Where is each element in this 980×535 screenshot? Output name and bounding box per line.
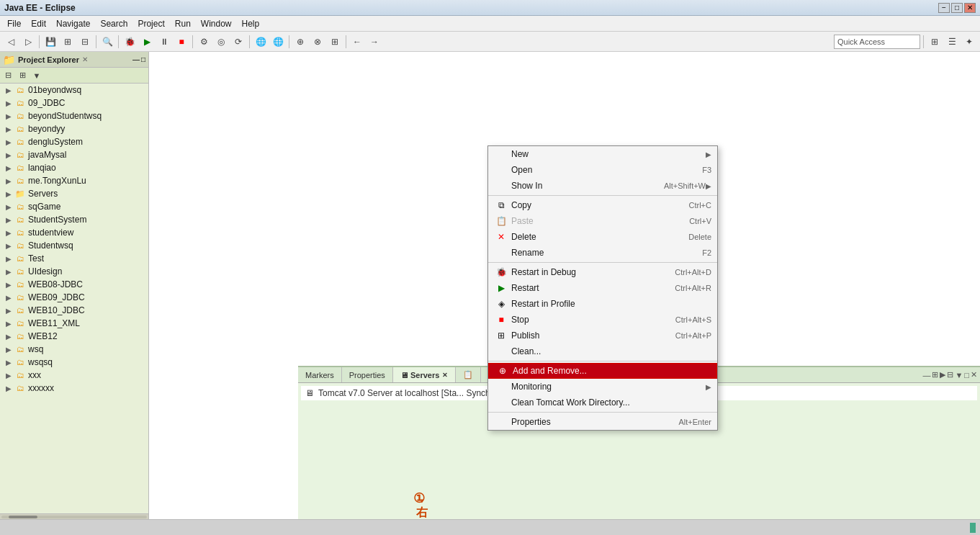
toolbar-btn-10[interactable]: ⊕ (292, 34, 308, 50)
ctx-show-in[interactable]: Show In Alt+Shift+W ▶ (488, 178, 717, 194)
toolbar-btn-pause[interactable]: ⏸ (156, 34, 172, 50)
sidebar-close-icon[interactable]: ✕ (82, 55, 88, 63)
menu-file[interactable]: File (3, 17, 25, 30)
ctx-clean-tomcat[interactable]: Clean Tomcat Work Directory... (488, 395, 717, 410)
ctx-restart-profile[interactable]: ◈ Restart in Profile (488, 296, 717, 312)
ctx-monitoring[interactable]: Monitoring ▶ (488, 379, 717, 395)
tree-item-studentsystem[interactable]: ▶🗂StudentSystem (0, 213, 148, 226)
toolbar-btn-2[interactable]: ▷ (20, 34, 36, 50)
menu-navigate[interactable]: Navigate (52, 17, 94, 30)
tree-item-beyondyy[interactable]: ▶🗂beyondyy (0, 122, 148, 135)
menu-edit[interactable]: Edit (27, 17, 50, 30)
ctx-properties[interactable]: Properties Alt+Enter (488, 414, 717, 430)
toolbar-btn-save[interactable]: 💾 (42, 34, 58, 50)
tree-item-lanqiao[interactable]: ▶🗂lanqiao (0, 161, 148, 174)
toolbar-btn-8[interactable]: 🌐 (253, 34, 269, 50)
toolbar-btn-fwd[interactable]: → (367, 34, 382, 50)
ctx-clean[interactable]: Clean... (488, 343, 717, 359)
ctx-restart[interactable]: ▶ Restart Ctrl+Alt+R (488, 280, 717, 296)
toolbar-btn-11[interactable]: ⊗ (310, 34, 325, 50)
tree-item-web09[interactable]: ▶🗂WEB09_JDBC (0, 291, 148, 304)
ctx-copy[interactable]: ⧉ Copy Ctrl+C (488, 197, 717, 213)
toolbar-perspective-1[interactable]: ⊞ (927, 34, 943, 50)
menu-search[interactable]: Search (96, 17, 132, 30)
sidebar-maximize-icon[interactable]: □ (141, 55, 145, 63)
ctx-delete[interactable]: ✕ Delete Delete (488, 229, 717, 245)
tree-item-servers[interactable]: ▶📁Servers (0, 187, 148, 200)
ctx-delete-icon: ✕ (494, 232, 508, 242)
ctx-rename[interactable]: Rename F2 (488, 245, 717, 261)
tree-item-beyondstudent[interactable]: ▶🗂beyondStudentwsq (0, 109, 148, 122)
sidebar-scrollbar[interactable] (0, 513, 148, 519)
tree-item-uidesign[interactable]: ▶🗂UIdesign (0, 265, 148, 278)
ctx-add-remove[interactable]: ⊕ Add and Remove... (488, 363, 717, 379)
toolbar-perspective-3[interactable]: ✦ (961, 34, 977, 50)
tree-item-web08[interactable]: ▶🗂WEB08-JDBC (0, 278, 148, 291)
ctx-sep-3 (488, 361, 717, 361)
maximize-button[interactable]: □ (951, 3, 963, 13)
tree-item-tongxun[interactable]: ▶🗂me.TongXunLu (0, 174, 148, 187)
tree-item-sqgame[interactable]: ▶🗂sqGame (0, 200, 148, 213)
tree-item-xxxxxx[interactable]: ▶🗂xxxxxx (0, 382, 148, 395)
menu-run[interactable]: Run (171, 17, 195, 30)
tree-item-web12[interactable]: ▶🗂WEB12 (0, 330, 148, 343)
toolbar-btn-6[interactable]: ◎ (213, 34, 229, 50)
sidebar-link[interactable]: ⊞ (16, 69, 29, 82)
sidebar-menu[interactable]: ▼ (30, 69, 43, 82)
toolbar-btn-stop[interactable]: ■ (174, 34, 189, 50)
ctx-new[interactable]: New ▶ (488, 146, 717, 162)
tree-item-wsqsq[interactable]: ▶🗂wsqsq (0, 356, 148, 369)
tab-properties[interactable]: Properties (342, 367, 393, 382)
panel-icon-5[interactable]: ▼ (955, 371, 963, 379)
tree-item-09_jdbc[interactable]: ▶🗂09_JDBC (0, 96, 148, 109)
tree-item-test[interactable]: ▶🗂Test (0, 252, 148, 265)
toolbar-btn-12[interactable]: ⊞ (327, 34, 343, 50)
menu-window[interactable]: Window (197, 17, 236, 30)
panel-icon-3[interactable]: ▶ (940, 370, 945, 379)
ctx-open[interactable]: Open F3 (488, 162, 717, 178)
toolbar-btn-1[interactable]: ◁ (3, 34, 19, 50)
tree-item-wsq[interactable]: ▶🗂wsq (0, 343, 148, 356)
toolbar-sep-7 (346, 35, 346, 48)
ctx-paste[interactable]: 📋 Paste Ctrl+V (488, 213, 717, 229)
tree-item-web11[interactable]: ▶🗂WEB11_XML (0, 317, 148, 330)
ctx-publish[interactable]: ⊞ Publish Ctrl+Alt+P (488, 328, 717, 343)
menu-help[interactable]: Help (238, 17, 264, 30)
tab-servers[interactable]: 🖥 Servers ✕ (393, 367, 456, 382)
title-bar: Java EE - Eclipse − □ ✕ (0, 0, 980, 16)
menu-project[interactable]: Project (133, 17, 168, 30)
tree-item-javamysql[interactable]: ▶🗂javaMysal (0, 148, 148, 161)
tree-item-01beyondwsq[interactable]: ▶🗂01beyondwsq (0, 84, 148, 96)
panel-minimize-icon[interactable]: — (922, 371, 930, 379)
toolbar-btn-search[interactable]: 🔍 (99, 34, 115, 50)
tree-item-studentview[interactable]: ▶🗂studentview (0, 226, 148, 239)
toolbar-btn-7[interactable]: ⟳ (230, 34, 246, 50)
tree-item-denglu[interactable]: ▶🗂dengluSystem (0, 135, 148, 148)
panel-icon-6[interactable]: □ (964, 371, 969, 379)
minimize-button[interactable]: − (938, 3, 950, 13)
tree-item-xxx[interactable]: ▶🗂xxx (0, 369, 148, 382)
toolbar-btn-run[interactable]: ▶ (139, 34, 155, 50)
tab-markers[interactable]: Markers (298, 367, 342, 382)
toolbar-btn-4[interactable]: ⊟ (77, 34, 93, 50)
sidebar-minimize-icon[interactable]: — (132, 55, 140, 63)
sidebar-collapse-all[interactable]: ⊟ (1, 69, 14, 82)
toolbar-btn-back[interactable]: ← (349, 34, 365, 50)
toolbar-btn-3[interactable]: ⊞ (60, 34, 76, 50)
toolbar-perspective-2[interactable]: ☰ (944, 34, 960, 50)
toolbar-btn-debug[interactable]: 🐞 (122, 34, 138, 50)
tree-item-web10[interactable]: ▶🗂WEB10_JDBC (0, 304, 148, 317)
ctx-restart-debug[interactable]: 🐞 Restart in Debug Ctrl+Alt+D (488, 264, 717, 280)
toolbar-btn-9[interactable]: 🌐 (270, 34, 286, 50)
scrollbar-thumb[interactable] (9, 516, 37, 518)
toolbar-btn-5[interactable]: ⚙ (196, 34, 212, 50)
tree-item-studentwsq[interactable]: ▶🗂Studentwsq (0, 239, 148, 252)
quick-access-input[interactable]: Quick Access (834, 35, 920, 49)
tab-extra[interactable]: 📋 (456, 367, 481, 382)
panel-icon-4[interactable]: ⊟ (947, 370, 953, 379)
close-button[interactable]: ✕ (964, 3, 976, 13)
ctx-stop[interactable]: ■ Stop Ctrl+Alt+S (488, 312, 717, 328)
panel-icon-2[interactable]: ⊞ (932, 370, 938, 379)
panel-icon-7[interactable]: ✕ (971, 370, 977, 379)
tab-servers-close[interactable]: ✕ (442, 372, 448, 379)
